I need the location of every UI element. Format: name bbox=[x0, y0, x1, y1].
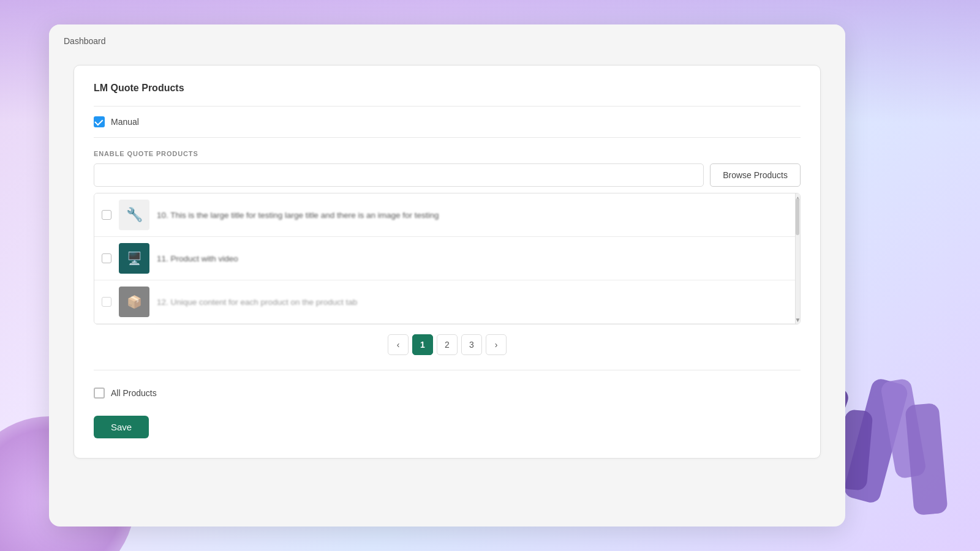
all-products-row: All Products bbox=[94, 388, 801, 399]
bg-shape-4 bbox=[905, 403, 948, 515]
pagination-page-1-button[interactable]: 1 bbox=[412, 334, 433, 355]
window-title: Dashboard bbox=[64, 36, 106, 46]
product-checkbox-11[interactable] bbox=[102, 253, 111, 263]
scroll-thumb[interactable] bbox=[796, 198, 799, 235]
product-row: 10. This is the large title for testing … bbox=[94, 193, 800, 237]
pagination-prev-button[interactable]: ‹ bbox=[388, 334, 409, 355]
pagination-next-button[interactable]: › bbox=[486, 334, 507, 355]
all-products-label: All Products bbox=[111, 388, 157, 398]
products-list: 10. This is the large title for testing … bbox=[94, 193, 801, 324]
divider-bottom bbox=[94, 370, 801, 370]
manual-label: Manual bbox=[111, 117, 139, 127]
main-window: Dashboard LM Quote Products Manual ENABL… bbox=[49, 24, 845, 527]
product-checkbox-10[interactable] bbox=[102, 210, 111, 220]
section-label: ENABLE QUOTE PRODUCTS bbox=[94, 150, 801, 157]
quote-products-card: LM Quote Products Manual ENABLE QUOTE PR… bbox=[74, 65, 821, 459]
browse-products-button[interactable]: Browse Products bbox=[710, 163, 801, 187]
product-row: 11. Product with video bbox=[94, 237, 800, 280]
scroll-down-arrow[interactable]: ▼ bbox=[796, 315, 800, 324]
product-thumb-12 bbox=[119, 287, 149, 317]
product-title-10: 10. This is the large title for testing … bbox=[157, 211, 793, 220]
product-title-11: 11. Product with video bbox=[157, 254, 793, 263]
product-row: 12. Unique content for each product on t… bbox=[94, 280, 800, 324]
product-title-12: 12. Unique content for each product on t… bbox=[157, 298, 793, 307]
pagination: ‹ 1 2 3 › bbox=[94, 324, 801, 360]
search-input[interactable] bbox=[94, 163, 704, 187]
manual-checkbox[interactable] bbox=[94, 116, 105, 127]
title-bar: Dashboard bbox=[49, 24, 845, 53]
divider-top bbox=[94, 106, 801, 107]
search-browse-row: Browse Products bbox=[94, 163, 801, 187]
save-button[interactable]: Save bbox=[94, 416, 149, 438]
product-thumb-10 bbox=[119, 200, 149, 230]
card-title: LM Quote Products bbox=[94, 83, 801, 94]
pagination-page-2-button[interactable]: 2 bbox=[437, 334, 458, 355]
all-products-checkbox[interactable] bbox=[94, 388, 105, 399]
pagination-page-3-button[interactable]: 3 bbox=[461, 334, 482, 355]
scroll-track: ▲ ▼ bbox=[795, 193, 800, 324]
main-content: LM Quote Products Manual ENABLE QUOTE PR… bbox=[49, 53, 845, 477]
product-thumb-11 bbox=[119, 243, 149, 274]
manual-row: Manual bbox=[94, 116, 801, 127]
product-checkbox-12[interactable] bbox=[102, 297, 111, 307]
divider-mid bbox=[94, 137, 801, 138]
